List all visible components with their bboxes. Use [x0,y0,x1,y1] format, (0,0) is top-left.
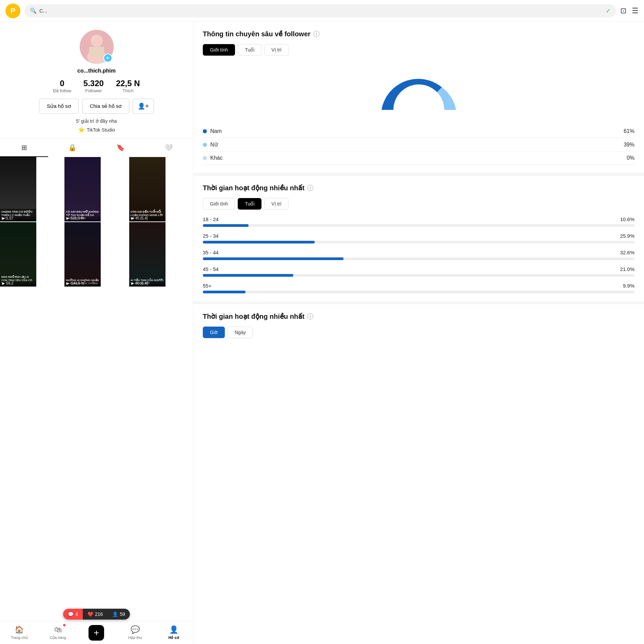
nav-inbox[interactable]: 💬 Hộp thư [116,621,154,644]
nav-shop[interactable]: 🛍 Cửa hàng [39,621,77,644]
video-overlay-4: ▶ 59,2 [0,279,36,287]
filter-tab-age[interactable]: Tuổi [238,44,261,56]
tab-saved[interactable]: 🔖 [97,139,145,157]
like-stat: ❤️ 216 [83,609,108,620]
nav-profile[interactable]: 👤 Hồ sơ [154,621,193,644]
time-tab-hour[interactable]: Giờ [203,327,225,338]
video-cell-2[interactable]: CÔ GÁI MÀU MỠ KHÔNG TỪ THU ĐOẠN ĐỂ GÀ VÀ… [64,157,101,221]
age-bars: 18 - 24 10.6% 25 - 34 25.9% 35 - 44 [203,216,635,293]
edit-profile-button[interactable]: Sửa hồ sơ [39,99,79,114]
bio: 5' giải trí ở đây nha [76,118,117,124]
search-icon: 🔍 [30,7,37,14]
search-input[interactable] [39,8,603,14]
star-icon: ⭐ [78,126,85,133]
top-bar: P 🔍 ✓ ⊡ ☰ [0,0,644,22]
share-profile-button[interactable]: Chia sẻ hồ sơ [82,99,130,114]
legend-dot-nam [203,129,207,133]
bar-track-18-24 [203,224,635,227]
info-icon-2[interactable]: i [307,185,313,191]
nav-home[interactable]: 🏠 Trang chủ [0,621,39,644]
stat-followers: 5.320 Follower [83,79,104,93]
bar-45-54: 45 - 54 21.0% [203,266,635,277]
play-icon: ▶ [2,216,5,220]
age-filter-tabs: Giới tính Tuổi Vị trí [203,198,635,210]
filter-tab-gender[interactable]: Giới tính [203,44,235,56]
activity-time-title-2: Thời gian hoạt động nhiều nhất i [203,312,635,320]
video-cell-4[interactable]: NAO NGỒ ĐÙI LẠI LÀ CON TRAI YÊU CỦA CÔ T… [0,222,36,287]
bar-fill-35-44 [203,257,344,260]
legend-nu: Nữ 39% [203,138,635,152]
bar-35-44: 35 - 44 32.6% [203,250,635,260]
svg-rect-3 [89,47,104,57]
age-filter-age[interactable]: Tuổi [238,198,261,210]
bar-track-55plus [203,291,635,293]
right-panel: Thông tin chuyên sâu về follower i Giới … [193,22,644,644]
nav-create[interactable]: + [77,621,116,644]
bar-track-35-44 [203,257,635,260]
play-icon-3: ▶ [131,216,134,220]
add-friend-button[interactable]: 👤+ [133,99,154,114]
home-icon: 🏠 [15,625,24,634]
nav-dot [63,624,65,626]
donut-chart [203,62,635,117]
video-cell-5[interactable]: NHỮNG AI KHÔNG NHẬN RA CHỊ GÁI CỦA CHỒNG… [64,222,101,287]
video-overlay-1: ▶ 1,57 [0,214,36,221]
video-cell-3[interactable]: CÔN GÁI ĐẾN TUỔI NỔI LOẠN KHÔNG NGHE LỜI… [129,157,165,221]
time-tab-day[interactable]: Ngày [228,327,253,338]
nav-inbox-label: Hộp thư [128,636,142,640]
logo: P [5,3,20,18]
filter-tab-location[interactable]: Vị trí [264,44,289,56]
section-divider-1 [193,173,644,176]
bottom-nav: 🏠 Trang chủ 🛍 Cửa hàng + 💬 Hộp thư 👤 Hồ … [0,621,193,644]
video-cell-1[interactable]: CHÀNG TRAI CÓ ĐƯỢC THIÊN LÝ NHẬN THẤU NH… [0,157,36,221]
bar-18-24: 18 - 24 10.6% [203,216,635,227]
video-views-4: ▶ 59,2 [2,281,34,285]
check-icon: ✓ [606,7,611,15]
comment-stat: 💬 4 [63,609,83,620]
legend-dot-nu [203,143,207,147]
create-button[interactable]: + [89,625,104,641]
video-views-6: ▶ 40 [5,4] [131,281,163,285]
avatar-wrapper: + [80,30,114,64]
bar-25-34: 25 - 34 25.9% [203,233,635,243]
info-icon-1[interactable]: i [313,31,319,37]
play-icon-4: ▶ [2,281,5,285]
inbox-icon: 💬 [131,625,140,634]
bar-fill-45-54 [203,274,293,277]
svg-point-1 [91,35,103,47]
legend-khac: Khác 0% [203,152,635,165]
menu-icon[interactable]: ☰ [632,6,639,15]
info-icon-3[interactable]: i [307,313,313,319]
video-grid: CHÀNG TRAI CÓ ĐƯỢC THIÊN LÝ NHẬN THẤU NH… [0,157,193,287]
tab-videos[interactable]: ⊞ [0,139,48,157]
video-cell-6[interactable]: AI TIỀU TAM CỦA NGƯỜI TA VÀ CÁI KẾT ▶ 40… [129,222,165,287]
left-panel: + co...thich.phim 0 Đã follow 5.320 Foll… [0,22,193,644]
studio-link[interactable]: ⭐ TikTok Studio [78,126,115,133]
nav-profile-label: Hồ sơ [169,636,179,640]
search-bar[interactable]: 🔍 ✓ [24,4,616,17]
bar-track-25-34 [203,241,635,243]
stat-follow: 0 Đã follow [53,79,71,93]
stats-row: 0 Đã follow 5.320 Follower 22,5 N Thích [53,79,140,93]
bookmark-icon[interactable]: ⊡ [620,6,626,15]
action-buttons: Sửa hồ sơ Chia sẻ hồ sơ 👤+ [39,99,154,114]
video-views-3: ▶ 45 [5,4] [131,216,163,220]
activity-time-title-1: Thời gian hoạt động nhiều nhất i [203,184,635,192]
video-views-2: ▶ 521,5 N [66,216,99,220]
avatar-add-icon[interactable]: + [103,54,112,62]
bar-fill-55plus [203,291,246,293]
time-tabs: Giờ Ngày [203,327,635,338]
tab-private[interactable]: 🔒 [48,139,96,157]
age-filter-gender[interactable]: Giới tính [203,198,235,210]
age-filter-location[interactable]: Vị trí [264,198,289,210]
video-overlay-3: ▶ 45 [5,4] [129,214,165,221]
video-overlay-6: ▶ 40 [5,4] [129,279,165,287]
play-icon-5: ▶ [66,281,69,285]
profile-section: + co...thich.phim 0 Đã follow 5.320 Foll… [0,22,193,138]
legend-nam: Nam 61% [203,125,635,138]
bar-55plus: 55+ 9.9% [203,283,635,293]
engagement-stats-bar: 💬 4 ❤️ 216 👤 59 [0,609,193,620]
tab-liked[interactable]: 🤍 [145,139,193,157]
follower-stat: 👤 59 [108,609,130,620]
video-overlay-5: ▶ GAI,5 N [64,279,101,287]
